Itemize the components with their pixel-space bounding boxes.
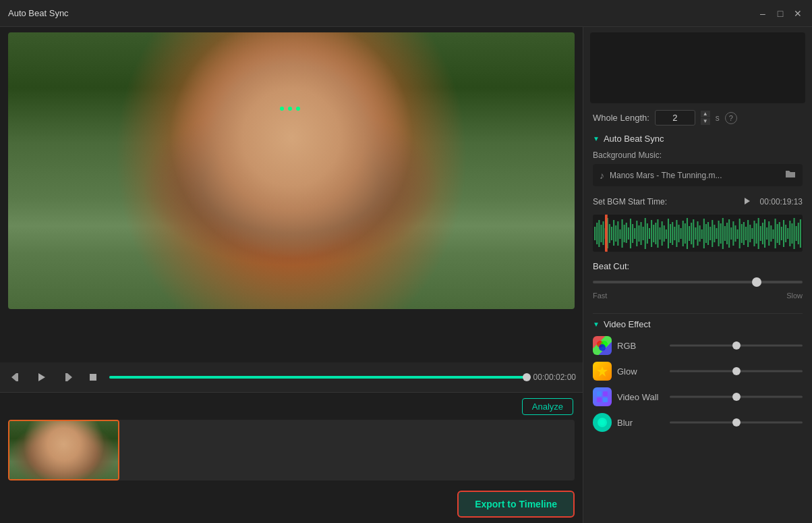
right-panel: Whole Length: 2 ▲ ▼ s ? ▼ Auto Beat Sync…	[583, 27, 812, 523]
svg-rect-57	[695, 227, 696, 240]
svg-rect-85	[753, 221, 755, 246]
svg-rect-71	[724, 226, 726, 241]
backward-button[interactable]	[7, 368, 26, 387]
svg-rect-13	[603, 221, 604, 245]
svg-rect-97	[779, 222, 780, 245]
svg-rect-80	[743, 222, 745, 245]
video-effect-arrow-icon: ▼	[593, 321, 600, 328]
svg-rect-102	[789, 221, 790, 246]
glow-icon	[593, 362, 612, 381]
svg-rect-51	[683, 221, 684, 246]
svg-rect-25	[628, 227, 629, 240]
svg-rect-74	[730, 227, 732, 240]
help-icon[interactable]: ?	[725, 112, 737, 124]
svg-rect-45	[670, 224, 671, 243]
video-preview	[8, 32, 575, 309]
analyze-button[interactable]: Analyze	[522, 398, 573, 415]
svg-rect-58	[697, 221, 698, 246]
bgm-play-button[interactable]	[740, 194, 755, 209]
svg-rect-59	[699, 225, 701, 242]
svg-rect-48	[676, 220, 677, 247]
svg-rect-24	[626, 223, 627, 243]
close-button[interactable]: ✕	[792, 7, 804, 20]
svg-rect-4	[65, 373, 67, 381]
svg-rect-56	[693, 219, 694, 248]
blur-slider[interactable]	[670, 417, 803, 428]
beat-cut-slider[interactable]	[593, 277, 803, 287]
timeline-clip[interactable]	[8, 420, 119, 480]
timeline-track	[8, 420, 575, 480]
svg-rect-90	[764, 219, 765, 248]
waveform-bars	[593, 215, 803, 252]
svg-point-111	[599, 344, 606, 351]
right-preview-area	[590, 32, 805, 103]
whole-length-row: Whole Length: 2 ▲ ▼ s ?	[593, 110, 803, 126]
svg-rect-19	[615, 225, 616, 242]
auto-beat-sync-header[interactable]: ▼ Auto Beat Sync	[593, 134, 803, 144]
svg-rect-31	[640, 222, 641, 245]
svg-rect-115	[597, 397, 602, 402]
progress-handle[interactable]	[523, 373, 531, 381]
progress-bar[interactable]	[109, 376, 527, 379]
progress-fill	[109, 376, 527, 379]
videowall-slider-handle[interactable]	[732, 393, 741, 401]
svg-rect-9	[594, 227, 596, 240]
spinner-controls: ▲ ▼	[701, 111, 710, 125]
svg-rect-12	[600, 225, 602, 242]
play-button[interactable]	[32, 368, 51, 387]
app-title: Auto Beat Sync	[8, 8, 757, 18]
svg-rect-84	[751, 228, 753, 239]
stop-button[interactable]	[84, 368, 103, 387]
video-effect-header[interactable]: ▼ Video Effect	[593, 319, 803, 329]
svg-rect-87	[758, 218, 759, 249]
svg-rect-46	[672, 222, 673, 245]
divider	[593, 313, 803, 314]
blur-label: Blur	[617, 418, 664, 428]
minimize-button[interactable]: –	[757, 7, 769, 20]
music-row: ♪ Manos Mars - The Tunning.m...	[593, 164, 803, 186]
svg-rect-26	[630, 219, 631, 248]
svg-rect-98	[781, 227, 782, 240]
svg-rect-96	[777, 224, 778, 243]
svg-rect-114	[603, 391, 608, 396]
svg-rect-69	[720, 223, 722, 244]
blur-slider-handle[interactable]	[732, 418, 741, 426]
bottom-area: Export to Timeline	[0, 487, 583, 523]
effect-row-videowall: Video Wall	[593, 387, 803, 406]
svg-rect-72	[726, 223, 728, 244]
svg-rect-47	[674, 227, 675, 240]
rgb-icon	[593, 336, 612, 355]
beat-slider-handle[interactable]	[752, 277, 761, 287]
left-panel: 00:00:02:00 Analyze Export to Timeline	[0, 27, 583, 523]
glow-slider[interactable]	[670, 366, 803, 377]
svg-rect-77	[737, 229, 738, 239]
svg-rect-101	[787, 228, 788, 239]
videowall-slider[interactable]	[670, 391, 803, 402]
beat-cut-label: Beat Cut:	[593, 261, 803, 271]
svg-rect-78	[739, 219, 741, 248]
svg-rect-61	[703, 219, 705, 248]
forward-button[interactable]	[58, 368, 77, 387]
spinner-up[interactable]: ▲	[701, 111, 710, 117]
svg-rect-27	[632, 224, 633, 243]
glow-slider-handle[interactable]	[732, 367, 741, 375]
beat-slider-track	[593, 281, 803, 283]
spinner-down[interactable]: ▼	[701, 118, 710, 125]
svg-rect-62	[705, 224, 707, 243]
maximize-button[interactable]: □	[774, 7, 786, 20]
whole-length-input[interactable]: 2	[655, 110, 695, 126]
svg-rect-66	[714, 225, 715, 242]
svg-rect-73	[728, 219, 730, 248]
folder-icon[interactable]	[785, 169, 796, 181]
rgb-slider-handle[interactable]	[732, 341, 741, 350]
svg-rect-86	[756, 223, 757, 244]
bg-music-label: Background Music:	[593, 150, 803, 160]
export-timeline-button[interactable]: Export to Timeline	[457, 491, 575, 518]
svg-rect-105	[796, 226, 797, 241]
rgb-slider[interactable]	[670, 340, 803, 351]
svg-rect-64	[709, 227, 711, 240]
waveform-container[interactable]: // This would be generated dynamically	[593, 215, 803, 252]
svg-rect-92	[768, 221, 770, 246]
svg-rect-70	[722, 218, 724, 249]
svg-marker-6	[745, 198, 750, 204]
